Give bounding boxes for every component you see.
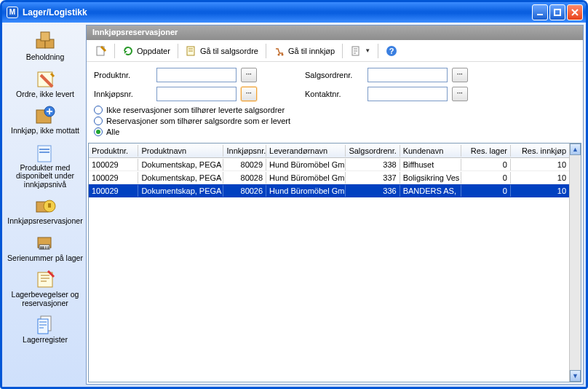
minimize-button[interactable]: [532, 4, 548, 20]
goto-purchase-button[interactable]: Gå til innkjøp: [271, 44, 338, 58]
col-produktnavn[interactable]: Produktnavn: [138, 145, 223, 157]
svg-rect-10: [39, 152, 49, 153]
cell-innkjopsnr: 80029: [223, 159, 266, 170]
col-produktnr[interactable]: Produktnr.: [89, 145, 138, 157]
table-row[interactable]: 100029Dokumentskap, PEGA80028Hund Büromö…: [89, 171, 569, 184]
radio-label: Ikke reservasjoner som tilhører leverte …: [106, 106, 285, 114]
cell-resinnkjop: 10: [511, 185, 569, 197]
cell-produktnr: 100029: [89, 185, 138, 197]
svg-rect-9: [39, 149, 49, 150]
radio-label: Reservasjoner som tilhører salgsordre so…: [106, 117, 290, 125]
sidebar-item-innkjop-ikke-mottatt[interactable]: Innkjøp, ikke mottatt: [4, 103, 86, 137]
salgsordrenr-lookup-button[interactable]: ···: [452, 68, 468, 82]
radio-all[interactable]: Alle: [94, 127, 576, 136]
salgsordrenr-label: Salgsordrenr.: [305, 71, 363, 79]
col-leverandornavn[interactable]: Leverandørnavn: [266, 145, 346, 157]
col-salgsordrenr[interactable]: Salgsordrenr.: [346, 145, 400, 157]
col-innkjopsnr[interactable]: Innkjøpsnr.: [223, 145, 266, 157]
sidebar-item-lagerregister[interactable]: Lagerregister: [4, 312, 86, 346]
cell-salgsordrenr: 337: [346, 172, 400, 184]
sidebar-item-label: Serienummer på lager: [7, 254, 83, 262]
goto-salesorder-button[interactable]: Gå til salgsordre: [183, 44, 261, 58]
sidebar-item-label: Beholdning: [26, 52, 65, 61]
cell-kundenavn: Boligsikring Ves: [400, 172, 461, 184]
refresh-label: Oppdater: [137, 47, 170, 55]
table-row[interactable]: 100029Dokumentskap, PEGA80029Hund Büromö…: [89, 158, 569, 171]
scroll-track[interactable]: [570, 155, 581, 370]
toolbar-separator: [178, 44, 178, 58]
maximize-button[interactable]: [549, 4, 565, 20]
produktnr-lookup-button[interactable]: ···: [241, 68, 257, 82]
svg-rect-18: [38, 319, 48, 334]
chevron-down-icon: ▼: [365, 47, 370, 54]
cell-produktnr: 100029: [89, 172, 138, 184]
sidebar-item-label: Produkter med disponibelt under innkjøps…: [16, 163, 74, 189]
scroll-down-icon[interactable]: ▼: [570, 370, 581, 382]
col-kundenavn[interactable]: Kundenavn: [400, 145, 461, 157]
svg-rect-1: [555, 9, 560, 15]
data-grid: Produktnr. Produktnavn Innkjøpsnr. Lever…: [88, 143, 581, 382]
window-title: Lager/Logistikk: [23, 7, 532, 17]
radio-icon: [94, 127, 103, 136]
toolbar: Oppdater Gå til salgsordre Gå til innkjø…: [87, 40, 583, 62]
kontaktnr-label: Kontaktnr.: [305, 90, 363, 98]
cell-resinnkjop: 10: [511, 159, 569, 170]
svg-point-22: [281, 53, 283, 55]
main-panel: Innkjøpsreservasjoner Oppdater: [86, 25, 584, 385]
table-row[interactable]: 100029Dokumentskap, PEGA80026Hund Büromö…: [89, 184, 569, 197]
kontaktnr-lookup-button[interactable]: ···: [452, 87, 468, 101]
vertical-scrollbar[interactable]: ▲ ▼: [569, 144, 581, 382]
purchase-pending-icon: [32, 104, 58, 126]
grid-header: Produktnr. Produktnavn Innkjøpsnr. Lever…: [89, 144, 569, 158]
scroll-up-icon[interactable]: ▲: [570, 144, 581, 155]
cell-resinnkjop: 10: [511, 172, 569, 184]
movements-icon: [32, 268, 58, 290]
cell-salgsordrenr: 338: [346, 159, 400, 170]
sidebar-item-label: Lagerbevegelser og reservasjoner: [12, 290, 79, 307]
refresh-button[interactable]: Oppdater: [119, 44, 173, 58]
boxes-icon: [32, 31, 58, 52]
app-icon: M: [7, 7, 18, 18]
register-icon: [32, 313, 58, 335]
svg-point-21: [277, 53, 279, 55]
close-button[interactable]: [567, 4, 583, 20]
grid-body: 100029Dokumentskap, PEGA80029Hund Büromö…: [89, 158, 569, 382]
radio-not-delivered[interactable]: Ikke reservasjoner som tilhører leverte …: [94, 106, 576, 114]
edit-icon: [95, 45, 107, 57]
radio-icon: [94, 117, 103, 125]
sidebar-item-produkter-disponibelt[interactable]: Produkter med disponibelt under innkjøps…: [4, 140, 86, 191]
sidebar-item-beholdning[interactable]: Beholdning: [4, 29, 86, 63]
svg-text:?: ?: [389, 47, 394, 55]
innkjopsnr-input[interactable]: [156, 87, 237, 101]
sidebar-item-ordre-ikke-levert[interactable]: Ordre, ikke levert: [4, 66, 86, 101]
purchase-icon: [274, 45, 285, 57]
sidebar-item-label: Innkjøp, ikke mottatt: [11, 126, 79, 135]
svg-rect-8: [38, 146, 51, 162]
sidebar-item-lagerbevegelser[interactable]: Lagerbevegelser og reservasjoner: [4, 267, 86, 309]
innkjopsnr-lookup-button[interactable]: ···: [241, 87, 257, 101]
radio-delivered[interactable]: Reservasjoner som tilhører salgsordre so…: [94, 117, 576, 125]
cell-reslager: 0: [461, 172, 511, 184]
print-dropdown-button[interactable]: ▼: [347, 44, 373, 58]
svg-rect-13: [48, 203, 51, 208]
innkjopsnr-label: Innkjøpsnr.: [94, 90, 152, 98]
col-reslager[interactable]: Res. lager: [461, 145, 511, 157]
kontaktnr-input[interactable]: [368, 87, 448, 101]
cell-leverandornavn: Hund Büromöbel Gm: [266, 172, 346, 184]
produktnr-input[interactable]: [156, 68, 237, 82]
sidebar-item-serienummer[interactable]: Serienummer på lager: [4, 230, 86, 264]
help-button[interactable]: ?: [383, 44, 400, 58]
stock-low-icon: [32, 141, 58, 163]
cell-leverandornavn: Hund Büromöbel Gm: [266, 185, 346, 197]
help-icon: ?: [386, 45, 397, 57]
reservation-icon: [32, 194, 58, 216]
svg-rect-0: [537, 14, 543, 15]
cell-produktnavn: Dokumentskap, PEGA: [138, 159, 223, 170]
sidebar-item-innkjopsreservasjoner[interactable]: Innkjøpsreservasjoner: [4, 193, 86, 227]
cell-kundenavn: BANDERS AS,: [400, 185, 461, 197]
salgsordrenr-input[interactable]: [368, 68, 448, 82]
radio-label: Alle: [106, 127, 119, 136]
refresh-icon: [122, 45, 134, 57]
col-resinnkjop[interactable]: Res. innkjøp: [511, 145, 569, 157]
edit-button[interactable]: [92, 44, 110, 58]
